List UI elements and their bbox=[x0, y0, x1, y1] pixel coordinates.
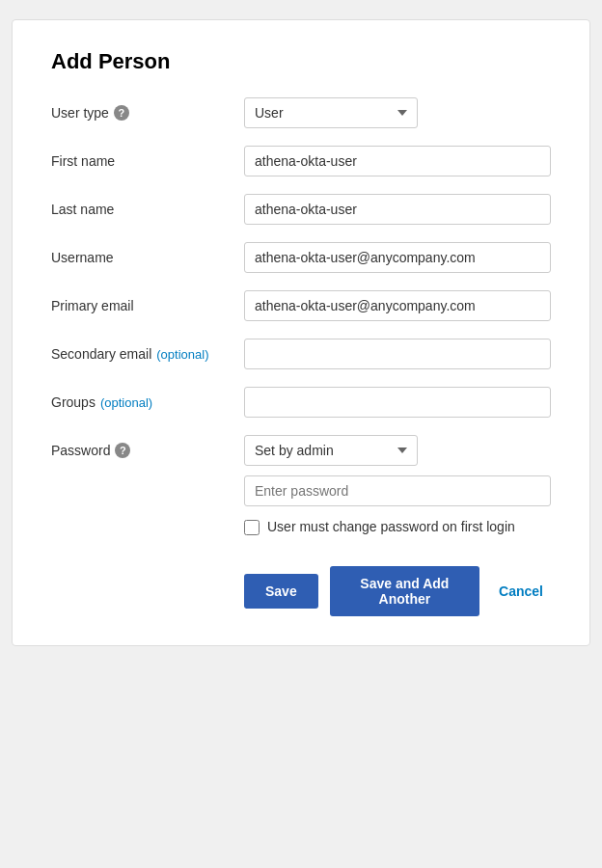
first-name-control bbox=[244, 146, 551, 176]
secondary-email-row: Secondary email (optional) bbox=[51, 339, 551, 369]
last-name-row: Last name bbox=[51, 194, 551, 225]
primary-email-row: Primary email bbox=[51, 290, 551, 321]
user-type-label: User type ? bbox=[51, 97, 244, 121]
password-change-row: User must change password on first login bbox=[244, 518, 551, 537]
primary-email-label: Primary email bbox=[51, 290, 244, 313]
password-input-row bbox=[244, 475, 551, 506]
first-name-input[interactable] bbox=[244, 146, 551, 176]
first-name-row: First name bbox=[51, 146, 551, 176]
user-type-help-icon[interactable]: ? bbox=[114, 105, 129, 121]
secondary-email-control bbox=[244, 339, 551, 369]
secondary-email-label: Secondary email (optional) bbox=[51, 339, 244, 362]
password-control: Set by admin Set by user Admin sets pass… bbox=[244, 435, 551, 537]
change-password-checkbox[interactable] bbox=[244, 520, 260, 535]
username-row: Username bbox=[51, 242, 551, 273]
add-person-form: Add Person User type ? User Admin First … bbox=[12, 19, 590, 646]
groups-control bbox=[244, 387, 551, 418]
last-name-control bbox=[244, 194, 551, 225]
password-help-icon[interactable]: ? bbox=[115, 443, 130, 458]
save-button[interactable]: Save bbox=[244, 574, 318, 609]
page-title: Add Person bbox=[51, 49, 551, 74]
change-password-label: User must change password on first login bbox=[267, 518, 515, 537]
password-type-select[interactable]: Set by admin Set by user Admin sets pass… bbox=[244, 435, 418, 466]
username-control bbox=[244, 242, 551, 273]
username-input[interactable] bbox=[244, 242, 551, 273]
first-name-label: First name bbox=[51, 146, 244, 169]
password-row: Password ? Set by admin Set by user Admi… bbox=[51, 435, 551, 537]
secondary-email-input[interactable] bbox=[244, 339, 551, 369]
groups-label: Groups (optional) bbox=[51, 387, 244, 410]
last-name-label: Last name bbox=[51, 194, 244, 217]
last-name-input[interactable] bbox=[244, 194, 551, 225]
save-and-add-button[interactable]: Save and Add Another bbox=[330, 566, 479, 616]
primary-email-input[interactable] bbox=[244, 290, 551, 321]
groups-row: Groups (optional) bbox=[51, 387, 551, 418]
groups-input[interactable] bbox=[244, 387, 551, 418]
password-label: Password ? bbox=[51, 435, 244, 458]
user-type-row: User type ? User Admin bbox=[51, 97, 551, 128]
primary-email-control bbox=[244, 290, 551, 321]
username-label: Username bbox=[51, 242, 244, 265]
footer-buttons: Save Save and Add Another Cancel bbox=[51, 566, 551, 616]
cancel-button[interactable]: Cancel bbox=[491, 574, 551, 609]
user-type-control: User Admin bbox=[244, 97, 551, 128]
user-type-select[interactable]: User Admin bbox=[244, 97, 418, 128]
password-input[interactable] bbox=[244, 475, 551, 506]
